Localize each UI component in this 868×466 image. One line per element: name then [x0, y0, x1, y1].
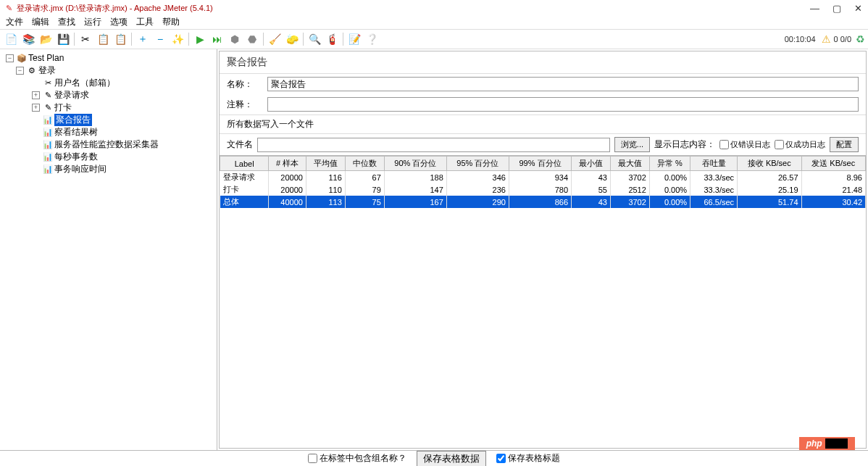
add-icon[interactable]: ＋	[135, 31, 151, 47]
clear-icon[interactable]: 🧹	[267, 31, 283, 47]
save-table-data-button[interactable]: 保存表格数据	[417, 451, 486, 467]
filename-input[interactable]	[257, 138, 610, 152]
elapsed-timer: 00:10:04	[785, 35, 816, 43]
table-header[interactable]: 平均值	[306, 157, 345, 171]
open-icon[interactable]: 📂	[38, 31, 54, 47]
menu-help[interactable]: 帮助	[162, 16, 180, 29]
start-noTimer-icon[interactable]: ⏭	[209, 31, 225, 47]
menu-file[interactable]: 文件	[6, 16, 23, 29]
copy-icon[interactable]: 📋	[95, 31, 111, 47]
logcontent-label: 显示日志内容：	[654, 138, 715, 151]
gc-icon[interactable]: ♻	[856, 33, 865, 45]
clear-all-icon[interactable]: 🧽	[284, 31, 300, 47]
tree-tps[interactable]: 📊每秒事务数	[32, 151, 214, 163]
table-row[interactable]: 登录请求20000116671883469344337020.00%33.3/s…	[220, 171, 866, 184]
start-icon[interactable]: ▶	[192, 31, 208, 47]
test-plan-tree[interactable]: −📦Test Plan −⚙登录 ✂用户名（邮箱） +✎登录请求 +✎打卡 📊聚…	[0, 49, 217, 450]
remove-icon[interactable]: −	[152, 31, 168, 47]
table-header[interactable]: 95% 百分位	[446, 157, 509, 171]
aggregate-table[interactable]: Label# 样本平均值中位数90% 百分位95% 百分位99% 百分位最小值最…	[220, 156, 866, 208]
table-header[interactable]: 异常 %	[649, 157, 690, 171]
help-icon[interactable]: ❔	[364, 31, 380, 47]
menu-search[interactable]: 查找	[58, 16, 75, 29]
tree-perfmon[interactable]: 📊服务器性能监控数据采集器	[32, 138, 214, 151]
tree-root[interactable]: −📦Test Plan	[6, 52, 214, 65]
only-error-checkbox[interactable]: 仅错误日志	[719, 139, 770, 150]
close-button[interactable]: ✕	[854, 3, 862, 14]
tree-thread-group[interactable]: −⚙登录	[16, 65, 214, 77]
search-icon[interactable]: 🔍	[306, 31, 322, 47]
function-helper-icon[interactable]: 📝	[346, 31, 362, 47]
table-header[interactable]: 最小值	[572, 157, 611, 171]
tree-login-request[interactable]: +✎登录请求	[32, 89, 214, 101]
tree-view-results[interactable]: 📊察看结果树	[32, 126, 214, 138]
tree-aggregate-report[interactable]: 📊聚合报告	[32, 114, 214, 126]
templates-icon[interactable]: 📚	[20, 31, 36, 47]
content-panel: 聚合报告 名称： 注释： 所有数据写入一个文件 文件名 浏览... 显示日志内容…	[219, 51, 867, 449]
table-row[interactable]: 总体40000113751672908664337020.00%66.5/sec…	[220, 196, 866, 208]
menu-run[interactable]: 运行	[84, 16, 101, 29]
table-header[interactable]: 中位数	[345, 157, 384, 171]
table-header[interactable]: 最大值	[610, 157, 649, 171]
maximize-button[interactable]: ▢	[832, 3, 841, 14]
only-success-checkbox[interactable]: 仅成功日志	[775, 139, 825, 150]
browse-button[interactable]: 浏览...	[614, 137, 650, 152]
comment-input[interactable]	[267, 97, 859, 112]
thread-counter: 0 0/0	[834, 35, 851, 43]
table-row[interactable]: 打卡20000110791472367805525120.00%33.3/sec…	[220, 183, 866, 196]
save-header-checkbox[interactable]: 保存表格标题	[496, 452, 560, 465]
table-header[interactable]: 99% 百分位	[509, 157, 571, 171]
tree-user[interactable]: ✂用户名（邮箱）	[32, 77, 214, 89]
save-icon[interactable]: 💾	[55, 31, 71, 47]
tree-resptime[interactable]: 📊事务响应时间	[32, 163, 214, 175]
shutdown-icon[interactable]: ⬣	[244, 31, 260, 47]
stop-icon[interactable]: ⬢	[227, 31, 243, 47]
footer-bar: 在标签中包含组名称？ 保存表格数据 保存表格标题	[0, 450, 868, 466]
tree-daka[interactable]: +✎打卡	[32, 101, 214, 114]
file-section-label: 所有数据写入一个文件	[227, 118, 859, 130]
toolbar: 📄 📚 📂 💾 ✂ 📋 📋 ＋ − ✨ ▶ ⏭ ⬢ ⬣ 🧹 🧽 🔍 🧯 📝 ❔ …	[0, 29, 868, 49]
menu-tools[interactable]: 工具	[136, 16, 154, 29]
configure-button[interactable]: 配置	[830, 137, 859, 152]
watermark: php.	[799, 437, 855, 450]
window-title: 登录请求.jmx (D:\登录请求.jmx) - Apache JMeter (…	[17, 3, 810, 14]
panel-title: 聚合报告	[220, 51, 866, 74]
filename-label: 文件名	[227, 138, 253, 151]
table-header[interactable]: 发送 KB/sec	[801, 157, 866, 171]
name-label: 名称：	[227, 78, 263, 91]
warning-icon[interactable]: ⚠	[822, 33, 831, 45]
reset-search-icon[interactable]: 🧯	[324, 31, 340, 47]
table-header[interactable]: 吞吐量	[690, 157, 738, 171]
menu-options[interactable]: 选项	[110, 16, 128, 29]
include-group-checkbox[interactable]: 在标签中包含组名称？	[308, 452, 406, 465]
table-header[interactable]: Label	[220, 157, 269, 171]
app-icon: ✎	[6, 4, 12, 13]
menu-bar: 文件 编辑 查找 运行 选项 工具 帮助	[0, 16, 868, 29]
new-icon[interactable]: 📄	[3, 31, 19, 47]
menu-edit[interactable]: 编辑	[32, 16, 49, 29]
paste-icon[interactable]: 📋	[112, 31, 128, 47]
cut-icon[interactable]: ✂	[78, 31, 93, 47]
name-input[interactable]	[267, 77, 859, 91]
comment-label: 注释：	[227, 99, 263, 111]
minimize-button[interactable]: —	[810, 3, 819, 14]
table-header[interactable]: # 样本	[269, 157, 306, 171]
table-header[interactable]: 90% 百分位	[384, 157, 446, 171]
wand-icon[interactable]: ✨	[170, 31, 185, 47]
table-header[interactable]: 接收 KB/sec	[738, 157, 801, 171]
